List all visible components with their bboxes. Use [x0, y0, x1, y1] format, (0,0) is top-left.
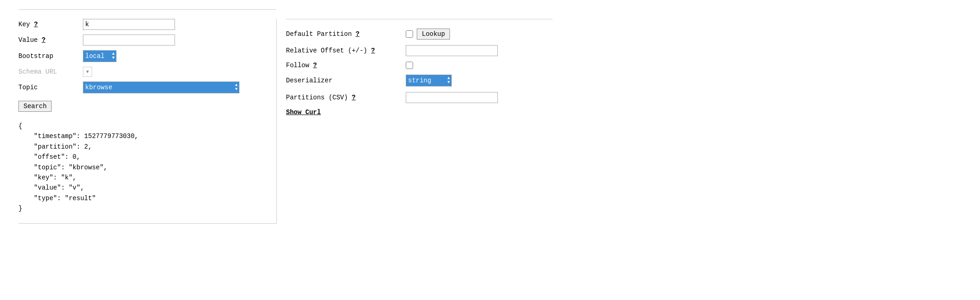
relative-offset-label: Relative Offset (+/-) ? [286, 47, 406, 54]
follow-row: Follow ? [286, 62, 553, 69]
page-wrapper: Key ? Value ? Bootstrap [0, 0, 980, 300]
bootstrap-select-wrapper: local ▲ ▼ [83, 50, 117, 62]
bootstrap-row: Bootstrap local ▲ ▼ [18, 50, 258, 62]
deserializer-select[interactable]: string json avro [406, 75, 452, 87]
bottom-divider [18, 223, 276, 224]
key-label: Key ? [18, 21, 83, 28]
value-help-icon[interactable]: ? [41, 36, 45, 44]
default-partition-row: Default Partition ? Lookup [286, 29, 553, 40]
show-curl-link[interactable]: Show Curl [286, 109, 321, 116]
key-help-icon[interactable]: ? [34, 21, 38, 28]
topic-row: Topic kbrowse ▲ ▼ [18, 81, 258, 93]
result-output: { "timestamp": 1527779773030, "partition… [18, 121, 258, 214]
schema-url-arrow-icon[interactable]: ▼ [83, 67, 92, 77]
default-partition-help-icon[interactable]: ? [356, 30, 359, 38]
relative-offset-row: Relative Offset (+/-) ? [286, 45, 553, 56]
lookup-button[interactable]: Lookup [417, 29, 450, 40]
topic-select[interactable]: kbrowse [83, 81, 239, 93]
right-panel: Default Partition ? Lookup Relative Offs… [276, 19, 553, 224]
value-label: Value ? [18, 36, 83, 44]
topic-select-wrapper: kbrowse ▲ ▼ [83, 81, 239, 93]
partitions-input[interactable] [406, 92, 498, 103]
right-top-divider [286, 19, 553, 19]
key-input[interactable] [83, 19, 175, 30]
relative-offset-input[interactable] [406, 45, 498, 56]
search-button[interactable]: Search [18, 101, 52, 112]
default-partition-label: Default Partition ? [286, 30, 406, 38]
partitions-label: Partitions (CSV) ? [286, 94, 406, 101]
show-curl-row: Show Curl [286, 109, 553, 116]
default-partition-checkbox[interactable] [406, 30, 413, 38]
follow-help-icon[interactable]: ? [313, 62, 317, 69]
value-input[interactable] [83, 35, 175, 46]
schema-url-label: Schema URL [18, 68, 83, 75]
schema-url-row: Schema URL ▼ [18, 67, 258, 77]
follow-checkbox[interactable] [406, 62, 413, 69]
left-panel: Key ? Value ? Bootstrap [18, 19, 276, 224]
bootstrap-select[interactable]: local [83, 50, 117, 62]
deserializer-select-wrapper: string json avro ▲ ▼ [406, 75, 452, 87]
deserializer-row: Deserializer string json avro ▲ ▼ [286, 75, 553, 87]
bootstrap-label: Bootstrap [18, 52, 83, 60]
follow-label: Follow ? [286, 62, 406, 69]
partitions-row: Partitions (CSV) ? [286, 92, 553, 103]
topic-label: Topic [18, 84, 83, 91]
top-divider [18, 9, 276, 10]
key-row: Key ? [18, 19, 258, 30]
main-content: Key ? Value ? Bootstrap [18, 19, 962, 224]
partitions-help-icon[interactable]: ? [352, 94, 356, 101]
relative-offset-help-icon[interactable]: ? [371, 47, 375, 54]
deserializer-label: Deserializer [286, 77, 406, 84]
value-row: Value ? [18, 35, 258, 46]
